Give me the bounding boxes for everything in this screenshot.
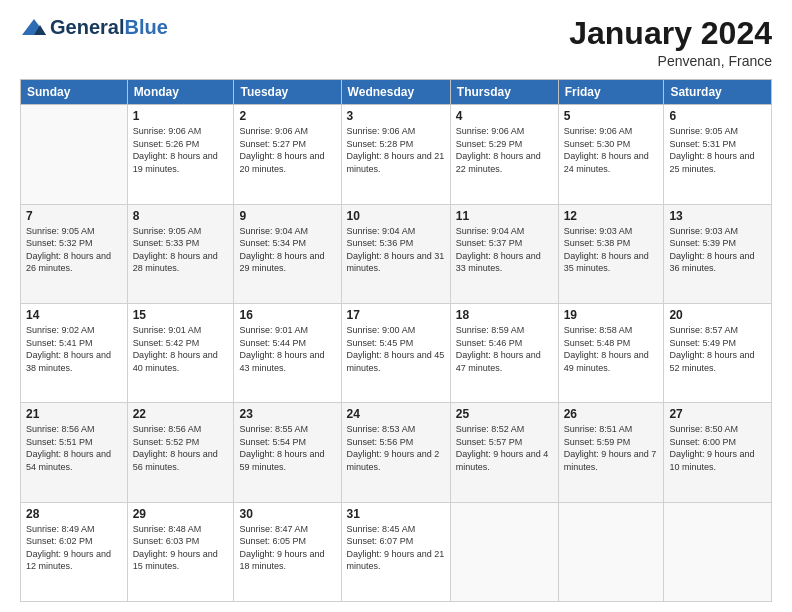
- day-header-wednesday: Wednesday: [341, 80, 450, 105]
- day-info: Sunrise: 9:01 AMSunset: 5:42 PMDaylight:…: [133, 324, 229, 374]
- day-header-friday: Friday: [558, 80, 664, 105]
- logo-blue-text: Blue: [124, 16, 167, 39]
- day-info: Sunrise: 8:59 AMSunset: 5:46 PMDaylight:…: [456, 324, 553, 374]
- calendar-cell: [21, 105, 128, 204]
- calendar-cell: 29Sunrise: 8:48 AMSunset: 6:03 PMDayligh…: [127, 502, 234, 601]
- calendar-cell: 9Sunrise: 9:04 AMSunset: 5:34 PMDaylight…: [234, 204, 341, 303]
- day-info: Sunrise: 9:05 AMSunset: 5:32 PMDaylight:…: [26, 225, 122, 275]
- day-number: 8: [133, 209, 229, 223]
- day-header-sunday: Sunday: [21, 80, 128, 105]
- day-info: Sunrise: 9:05 AMSunset: 5:33 PMDaylight:…: [133, 225, 229, 275]
- calendar-cell: [664, 502, 772, 601]
- day-number: 18: [456, 308, 553, 322]
- day-number: 16: [239, 308, 335, 322]
- page: GeneralBlue January 2024 Penvenan, Franc…: [0, 0, 792, 612]
- day-number: 6: [669, 109, 766, 123]
- day-number: 10: [347, 209, 445, 223]
- day-info: Sunrise: 9:06 AMSunset: 5:30 PMDaylight:…: [564, 125, 659, 175]
- day-info: Sunrise: 9:00 AMSunset: 5:45 PMDaylight:…: [347, 324, 445, 374]
- calendar-cell: 4Sunrise: 9:06 AMSunset: 5:29 PMDaylight…: [450, 105, 558, 204]
- day-info: Sunrise: 8:55 AMSunset: 5:54 PMDaylight:…: [239, 423, 335, 473]
- calendar-cell: 6Sunrise: 9:05 AMSunset: 5:31 PMDaylight…: [664, 105, 772, 204]
- header: GeneralBlue January 2024 Penvenan, Franc…: [20, 16, 772, 69]
- day-info: Sunrise: 9:04 AMSunset: 5:34 PMDaylight:…: [239, 225, 335, 275]
- day-info: Sunrise: 9:01 AMSunset: 5:44 PMDaylight:…: [239, 324, 335, 374]
- day-number: 23: [239, 407, 335, 421]
- day-number: 30: [239, 507, 335, 521]
- calendar-cell: 19Sunrise: 8:58 AMSunset: 5:48 PMDayligh…: [558, 303, 664, 402]
- day-header-saturday: Saturday: [664, 80, 772, 105]
- day-header-monday: Monday: [127, 80, 234, 105]
- calendar-cell: 20Sunrise: 8:57 AMSunset: 5:49 PMDayligh…: [664, 303, 772, 402]
- day-number: 14: [26, 308, 122, 322]
- day-number: 15: [133, 308, 229, 322]
- calendar-cell: 8Sunrise: 9:05 AMSunset: 5:33 PMDaylight…: [127, 204, 234, 303]
- calendar-cell: [450, 502, 558, 601]
- calendar-week-5: 28Sunrise: 8:49 AMSunset: 6:02 PMDayligh…: [21, 502, 772, 601]
- day-info: Sunrise: 8:57 AMSunset: 5:49 PMDaylight:…: [669, 324, 766, 374]
- day-number: 2: [239, 109, 335, 123]
- calendar-cell: 21Sunrise: 8:56 AMSunset: 5:51 PMDayligh…: [21, 403, 128, 502]
- day-info: Sunrise: 8:47 AMSunset: 6:05 PMDaylight:…: [239, 523, 335, 573]
- calendar-cell: 28Sunrise: 8:49 AMSunset: 6:02 PMDayligh…: [21, 502, 128, 601]
- calendar-cell: 12Sunrise: 9:03 AMSunset: 5:38 PMDayligh…: [558, 204, 664, 303]
- day-info: Sunrise: 9:04 AMSunset: 5:37 PMDaylight:…: [456, 225, 553, 275]
- calendar-cell: 31Sunrise: 8:45 AMSunset: 6:07 PMDayligh…: [341, 502, 450, 601]
- calendar-week-1: 1Sunrise: 9:06 AMSunset: 5:26 PMDaylight…: [21, 105, 772, 204]
- day-info: Sunrise: 9:06 AMSunset: 5:27 PMDaylight:…: [239, 125, 335, 175]
- day-info: Sunrise: 8:50 AMSunset: 6:00 PMDaylight:…: [669, 423, 766, 473]
- header-row: SundayMondayTuesdayWednesdayThursdayFrid…: [21, 80, 772, 105]
- day-header-tuesday: Tuesday: [234, 80, 341, 105]
- calendar-cell: 16Sunrise: 9:01 AMSunset: 5:44 PMDayligh…: [234, 303, 341, 402]
- title-section: January 2024 Penvenan, France: [569, 16, 772, 69]
- calendar-table: SundayMondayTuesdayWednesdayThursdayFrid…: [20, 79, 772, 602]
- day-number: 25: [456, 407, 553, 421]
- day-info: Sunrise: 9:03 AMSunset: 5:39 PMDaylight:…: [669, 225, 766, 275]
- calendar-cell: 24Sunrise: 8:53 AMSunset: 5:56 PMDayligh…: [341, 403, 450, 502]
- day-info: Sunrise: 8:52 AMSunset: 5:57 PMDaylight:…: [456, 423, 553, 473]
- day-number: 13: [669, 209, 766, 223]
- day-number: 26: [564, 407, 659, 421]
- day-info: Sunrise: 9:05 AMSunset: 5:31 PMDaylight:…: [669, 125, 766, 175]
- day-number: 7: [26, 209, 122, 223]
- calendar-cell: 17Sunrise: 9:00 AMSunset: 5:45 PMDayligh…: [341, 303, 450, 402]
- logo-general-text: General: [50, 16, 124, 39]
- day-info: Sunrise: 9:06 AMSunset: 5:29 PMDaylight:…: [456, 125, 553, 175]
- day-info: Sunrise: 8:51 AMSunset: 5:59 PMDaylight:…: [564, 423, 659, 473]
- calendar-cell: 30Sunrise: 8:47 AMSunset: 6:05 PMDayligh…: [234, 502, 341, 601]
- day-info: Sunrise: 8:53 AMSunset: 5:56 PMDaylight:…: [347, 423, 445, 473]
- calendar-week-3: 14Sunrise: 9:02 AMSunset: 5:41 PMDayligh…: [21, 303, 772, 402]
- calendar-cell: 10Sunrise: 9:04 AMSunset: 5:36 PMDayligh…: [341, 204, 450, 303]
- location-subtitle: Penvenan, France: [569, 53, 772, 69]
- day-info: Sunrise: 8:45 AMSunset: 6:07 PMDaylight:…: [347, 523, 445, 573]
- day-info: Sunrise: 9:03 AMSunset: 5:38 PMDaylight:…: [564, 225, 659, 275]
- day-number: 17: [347, 308, 445, 322]
- calendar-cell: 22Sunrise: 8:56 AMSunset: 5:52 PMDayligh…: [127, 403, 234, 502]
- calendar-week-4: 21Sunrise: 8:56 AMSunset: 5:51 PMDayligh…: [21, 403, 772, 502]
- day-info: Sunrise: 9:02 AMSunset: 5:41 PMDaylight:…: [26, 324, 122, 374]
- day-number: 3: [347, 109, 445, 123]
- calendar-cell: 27Sunrise: 8:50 AMSunset: 6:00 PMDayligh…: [664, 403, 772, 502]
- calendar-cell: 7Sunrise: 9:05 AMSunset: 5:32 PMDaylight…: [21, 204, 128, 303]
- calendar-cell: 5Sunrise: 9:06 AMSunset: 5:30 PMDaylight…: [558, 105, 664, 204]
- day-info: Sunrise: 9:06 AMSunset: 5:28 PMDaylight:…: [347, 125, 445, 175]
- calendar-cell: 14Sunrise: 9:02 AMSunset: 5:41 PMDayligh…: [21, 303, 128, 402]
- calendar-cell: 26Sunrise: 8:51 AMSunset: 5:59 PMDayligh…: [558, 403, 664, 502]
- day-number: 9: [239, 209, 335, 223]
- calendar-cell: 2Sunrise: 9:06 AMSunset: 5:27 PMDaylight…: [234, 105, 341, 204]
- calendar-cell: 13Sunrise: 9:03 AMSunset: 5:39 PMDayligh…: [664, 204, 772, 303]
- day-number: 11: [456, 209, 553, 223]
- day-info: Sunrise: 8:56 AMSunset: 5:52 PMDaylight:…: [133, 423, 229, 473]
- day-number: 12: [564, 209, 659, 223]
- day-info: Sunrise: 9:06 AMSunset: 5:26 PMDaylight:…: [133, 125, 229, 175]
- calendar-cell: 18Sunrise: 8:59 AMSunset: 5:46 PMDayligh…: [450, 303, 558, 402]
- calendar-cell: 23Sunrise: 8:55 AMSunset: 5:54 PMDayligh…: [234, 403, 341, 502]
- logo: GeneralBlue: [20, 16, 168, 39]
- logo-icon: [20, 17, 48, 39]
- day-info: Sunrise: 8:48 AMSunset: 6:03 PMDaylight:…: [133, 523, 229, 573]
- day-number: 21: [26, 407, 122, 421]
- day-info: Sunrise: 8:58 AMSunset: 5:48 PMDaylight:…: [564, 324, 659, 374]
- calendar-cell: 11Sunrise: 9:04 AMSunset: 5:37 PMDayligh…: [450, 204, 558, 303]
- day-number: 31: [347, 507, 445, 521]
- day-info: Sunrise: 9:04 AMSunset: 5:36 PMDaylight:…: [347, 225, 445, 275]
